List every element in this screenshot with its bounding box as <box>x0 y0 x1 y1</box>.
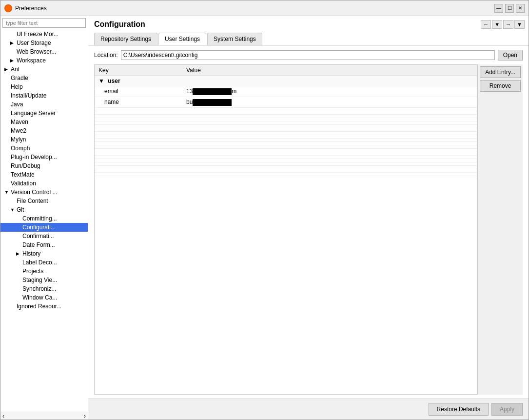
sidebar-item-language-server[interactable]: Language Server <box>0 109 88 118</box>
add-entry-button[interactable]: Add Entry... <box>480 66 521 78</box>
sidebar-item-label: Install/Update <box>11 92 46 99</box>
config-table-container: Key Value ▼ user <box>94 64 477 395</box>
sidebar-item-committing[interactable]: Committing... <box>0 214 88 223</box>
sidebar-item-oomph[interactable]: Oomph <box>0 144 88 153</box>
location-input[interactable] <box>121 50 495 60</box>
sidebar-item-label: Java <box>11 101 23 108</box>
minimize-button[interactable]: — <box>494 4 503 13</box>
apply-button[interactable]: Apply <box>491 403 523 416</box>
sidebar-item-label: Run/Debug <box>11 162 40 169</box>
sidebar-item-label: History <box>22 250 40 257</box>
sidebar-item-plug-in-develop[interactable]: Plug-in Develop... <box>0 153 88 161</box>
sidebar-item-mylyn[interactable]: Mylyn <box>0 135 88 144</box>
sidebar-item-ant[interactable]: ▶Ant <box>0 65 88 74</box>
panel-body: Location: Open Key Value <box>88 46 529 399</box>
sidebar-item-label: Mwe2 <box>11 127 26 134</box>
nav-back-button[interactable]: ← <box>481 20 491 29</box>
sidebar-item-file-content[interactable]: File Content <box>0 197 88 205</box>
tab-user-settings[interactable]: User Settings <box>158 33 206 45</box>
sidebar-item-window-ca[interactable]: Window Ca... <box>0 293 88 302</box>
nav-forward-dropdown[interactable]: ▼ <box>514 20 525 29</box>
sidebar-item-ignored-resour[interactable]: Ignored Resour... <box>0 302 88 311</box>
name-prefix: bu <box>186 99 193 105</box>
sidebar-item-history[interactable]: ▶History <box>0 249 88 258</box>
sidebar-item-label: Web Browser... <box>17 48 56 55</box>
name-redacted <box>193 99 232 106</box>
sidebar-item-run-debug[interactable]: Run/Debug <box>0 161 88 170</box>
sidebar-item-label: Plug-in Develop... <box>11 154 57 160</box>
table-row <box>95 159 477 162</box>
nav-forward-button[interactable]: → <box>503 20 513 29</box>
table-header-row: Key Value <box>95 65 477 76</box>
sidebar-item-web-browser[interactable]: Web Browser... <box>0 47 88 56</box>
scroll-left-icon[interactable]: ‹ <box>2 413 4 420</box>
column-key: Key <box>95 65 182 76</box>
table-area: Key Value ▼ user <box>94 64 523 395</box>
sidebar-item-label: Window Ca... <box>22 294 57 301</box>
table-row[interactable]: ▼ user <box>95 76 477 86</box>
table-row[interactable]: name bu <box>95 97 477 107</box>
sidebar-item-label: Ignored Resour... <box>17 303 61 310</box>
table-row[interactable]: email 13m <box>95 86 477 97</box>
sidebar-item-user-storage[interactable]: ▶User Storage <box>0 39 88 47</box>
open-button[interactable]: Open <box>498 50 523 60</box>
sidebar-item-label: User Storage <box>17 40 51 46</box>
sidebar-item-label: Committing... <box>22 215 57 222</box>
sidebar-item-confirmation[interactable]: Confirmati... <box>0 232 88 240</box>
sidebar: UI Freeze Mor...▶User StorageWeb Browser… <box>0 16 88 420</box>
close-button[interactable]: ✕ <box>516 4 525 13</box>
sidebar-item-ui-freeze-mor[interactable]: UI Freeze Mor... <box>0 30 88 39</box>
column-extra <box>329 65 477 76</box>
app-icon <box>4 4 12 12</box>
name-key: name <box>95 97 182 107</box>
sidebar-scroll-bottom: ‹ › <box>0 412 88 420</box>
sidebar-item-workspace[interactable]: ▶Workspace <box>0 56 88 65</box>
sidebar-item-label: Label Deco... <box>22 259 57 266</box>
chevron-icon: ▼ <box>4 190 9 195</box>
scroll-right-icon[interactable]: › <box>84 413 86 420</box>
sidebar-item-staging-view[interactable]: Staging Vie... <box>0 276 88 284</box>
sidebar-item-label: Version Control ... <box>11 189 57 196</box>
sidebar-item-label: Oomph <box>11 145 30 152</box>
remove-button[interactable]: Remove <box>480 80 521 92</box>
section-collapse-icon[interactable]: ▼ <box>98 78 104 84</box>
sidebar-item-gradle[interactable]: Gradle <box>0 74 88 82</box>
table-row <box>95 111 477 114</box>
sidebar-item-textmate[interactable]: TextMate <box>0 170 88 179</box>
sidebar-item-install-update[interactable]: Install/Update <box>0 91 88 100</box>
sidebar-item-label: Confirmati... <box>22 233 54 240</box>
sidebar-item-maven[interactable]: Maven <box>0 118 88 126</box>
bottom-bar: Restore Defaults Apply <box>88 399 529 420</box>
sidebar-item-label: Gradle <box>11 75 28 81</box>
column-value: Value <box>182 65 329 76</box>
sidebar-item-mwe2[interactable]: Mwe2 <box>0 126 88 135</box>
name-extra <box>329 97 477 107</box>
tab-repository-settings[interactable]: Repository Settings <box>94 33 157 45</box>
sidebar-item-date-format[interactable]: Date Form... <box>0 240 88 249</box>
email-value: 13m <box>182 86 329 97</box>
sidebar-item-git[interactable]: ▼Git <box>0 205 88 214</box>
filter-input[interactable] <box>2 18 86 28</box>
email-suffix: m <box>232 88 236 95</box>
maximize-button[interactable]: ☐ <box>505 4 514 13</box>
sidebar-item-configuration[interactable]: Configurati... <box>0 223 88 232</box>
sidebar-item-validation[interactable]: Validation <box>0 179 88 188</box>
table-row <box>95 155 477 159</box>
table-row <box>95 169 477 172</box>
email-extra <box>329 86 477 97</box>
sidebar-item-version-control[interactable]: ▼Version Control ... <box>0 188 88 197</box>
sidebar-item-help[interactable]: Help <box>0 82 88 91</box>
table-row <box>95 172 477 176</box>
nav-back-dropdown[interactable]: ▼ <box>492 20 502 29</box>
tabs: Repository Settings User Settings System… <box>94 33 523 45</box>
nav-arrows: ← ▼ → ▼ <box>481 20 525 29</box>
titlebar: Preferences — ☐ ✕ <box>0 0 529 16</box>
tab-system-settings[interactable]: System Settings <box>207 33 262 45</box>
sidebar-item-label-deco[interactable]: Label Deco... <box>0 258 88 267</box>
tree-container: UI Freeze Mor...▶User StorageWeb Browser… <box>0 30 88 412</box>
window-controls: — ☐ ✕ <box>494 4 525 13</box>
sidebar-item-projects[interactable]: Projects <box>0 267 88 276</box>
sidebar-item-java[interactable]: Java <box>0 100 88 109</box>
restore-defaults-button[interactable]: Restore Defaults <box>429 403 489 416</box>
sidebar-item-synchroniz[interactable]: Synchroniz... <box>0 284 88 293</box>
